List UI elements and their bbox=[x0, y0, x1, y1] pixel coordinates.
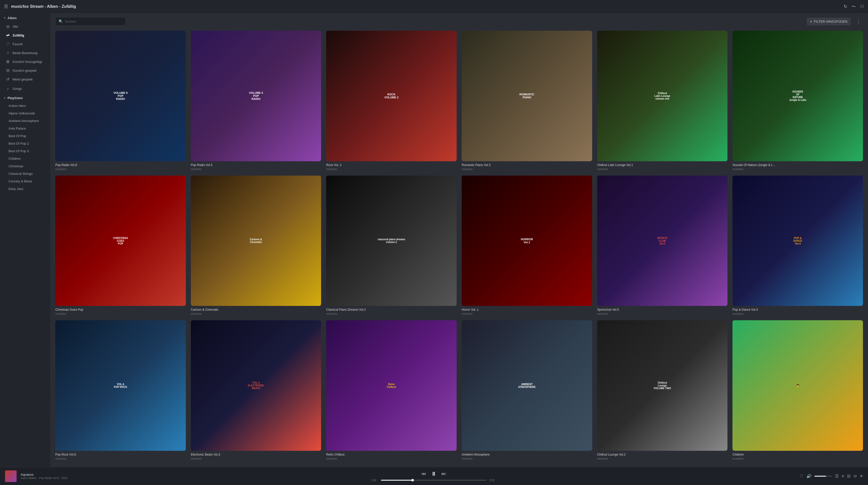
playlist-item[interactable]: Best Of Pop bbox=[1, 132, 49, 140]
album-card-rock-vol2[interactable]: ROCKVOLUME 2 Rock Vol. 2 musicfox bbox=[326, 31, 457, 171]
volume-bar[interactable] bbox=[814, 476, 832, 477]
album-card-romantic-piano[interactable]: ROMANTICPIANO Romantic Piano Vol.3 music… bbox=[462, 31, 592, 171]
close-button[interactable]: ✕ bbox=[860, 474, 863, 479]
search-icon: 🔍 bbox=[59, 19, 63, 23]
sidebar-item-alle[interactable]: ◎ Alle bbox=[1, 22, 49, 31]
sidebar-item-kuerzelich-gespielt[interactable]: ⊟ Kürzlich gespielt bbox=[1, 66, 49, 75]
recent-icon: ⊟ bbox=[5, 68, 10, 73]
playlist-item[interactable]: Ambient Atmosphere bbox=[1, 117, 49, 124]
player-buttons: ⏮ ⏸ ⏭ bbox=[422, 471, 446, 477]
player-song-sub: Garry Walker · Pop Radio Vol.9 · 2023 bbox=[21, 477, 67, 480]
album-card-cartoon[interactable]: Cartoon &Cinematic Cartoon & Cinematic m… bbox=[191, 176, 321, 315]
album-grid-row2: CHRISTMASGOESPOP Christmas Goes Pop musi… bbox=[55, 176, 863, 315]
sidebar: ▾ Alben ◎ Alle ⇌ Zufällig ♡ Favorit ☆ Be… bbox=[0, 13, 50, 467]
sidebar-item-kuerzelich-hinzugefuegt[interactable]: ⊞ Kürzlich hinzugefügt bbox=[1, 57, 49, 66]
sidebar-alben-header[interactable]: ▾ Alben bbox=[0, 13, 50, 22]
progress-fill bbox=[381, 480, 413, 481]
chevron-playlists-icon: ▾ bbox=[4, 96, 5, 100]
main-layout: ▾ Alben ◎ Alle ⇌ Zufällig ♡ Favorit ☆ Be… bbox=[0, 13, 868, 467]
stern-icon: ☆ bbox=[5, 51, 10, 55]
menu-icon[interactable]: ☰ bbox=[4, 4, 8, 9]
progress-bar[interactable] bbox=[381, 480, 487, 481]
player-extras: ♡ 🔊 ☰ ≡ ⊟ 19 ✕ bbox=[800, 474, 863, 479]
player-song-title: Aquarius bbox=[21, 473, 67, 477]
user-icon[interactable]: ⚇ bbox=[860, 4, 864, 9]
player-controls: ⏮ ⏸ ⏭ 1:28 3:38 bbox=[71, 471, 796, 482]
filter-button[interactable]: ≡ FILTER HINZUFÜGEN bbox=[807, 18, 851, 25]
album-card-electronic[interactable]: VOL.3ELECTRONICBEATS Electronic Beats Vo… bbox=[191, 320, 321, 460]
playlist-view-button[interactable]: ⊟ bbox=[847, 474, 850, 479]
album-card-sportsclub[interactable]: SPORTSCLUBVol.5 Sportsclub Vol.5 musicfo… bbox=[597, 176, 728, 315]
alle-icon: ◎ bbox=[5, 24, 10, 29]
refresh-icon[interactable]: ↻ bbox=[844, 4, 847, 9]
sidebar-item-songs[interactable]: ♪ Songs bbox=[1, 85, 49, 93]
album-card-pop-dance[interactable]: POP &DANCEVol.4 Pop & Dance Vol.4 musicf… bbox=[733, 176, 863, 315]
playlist-item[interactable]: Alpine Volksmusik bbox=[1, 110, 49, 117]
album-card-christmas-pop[interactable]: CHRISTMASGOESPOP Christmas Goes Pop musi… bbox=[55, 176, 186, 315]
favorit-icon: ♡ bbox=[5, 42, 10, 46]
header-actions: ↻ 〜 ⚇ bbox=[844, 3, 864, 9]
page-title: musicfox Stream - Alben - Zufällig bbox=[11, 4, 841, 9]
player-thumbnail bbox=[5, 471, 17, 482]
album-card-sounds-nature[interactable]: SOUNDSOFNATUREJungle & Lake Sounds Of Na… bbox=[733, 31, 863, 171]
music-note-icon: ♪ bbox=[5, 87, 10, 91]
favorite-button[interactable]: ♡ bbox=[800, 474, 803, 479]
progress-dot bbox=[411, 479, 414, 482]
filter-icon: ≡ bbox=[810, 20, 812, 23]
playlist-item[interactable]: Country & Blues bbox=[1, 178, 49, 185]
lyrics-button[interactable]: ≡ bbox=[842, 474, 844, 479]
playlist-item[interactable]: Asia Palace bbox=[1, 125, 49, 132]
playlist-item[interactable]: Children bbox=[1, 155, 49, 162]
album-card-guitar-blue[interactable]: VOL.6POP ROCK Pop Rock Vol.6 musicfox bbox=[55, 320, 186, 460]
add-box-icon: ⊞ bbox=[5, 59, 10, 64]
album-card-horror[interactable]: HORRORVol.1 Horror Vol. 1 musicfox bbox=[462, 176, 592, 315]
sidebar-playlisten-header[interactable]: ▾ Playlisten bbox=[0, 93, 50, 102]
album-card-pop-radio-5[interactable]: VOLUME 5POPRADIO Pop Radio Vol.5 musicfo… bbox=[191, 31, 321, 171]
playlist-item[interactable]: Best Of Pop 2 bbox=[1, 140, 49, 147]
zufaellig-icon: ⇌ bbox=[5, 33, 10, 37]
skip-forward-button[interactable]: ⏭ bbox=[441, 471, 446, 477]
player-info: Aquarius Garry Walker · Pop Radio Vol.9 … bbox=[21, 473, 67, 480]
time-current: 1:28 bbox=[371, 479, 378, 482]
playlist-item[interactable]: Easy Jazz bbox=[1, 185, 49, 192]
album-card-pop-radio-9[interactable]: VOLUME 9POPRADIO Pop Radio Vol.9 musicfo… bbox=[55, 31, 186, 171]
queue-button[interactable]: ☰ bbox=[835, 474, 839, 479]
playlist-item[interactable]: Action Hero bbox=[1, 102, 49, 110]
progress-row: 1:28 3:38 bbox=[371, 479, 497, 482]
sidebar-item-favorit[interactable]: ♡ Favorit bbox=[1, 40, 49, 48]
repeat-icon: ↺ bbox=[5, 77, 10, 82]
album-card-classical-piano[interactable]: classical piano dreamsvolume 2 Classical… bbox=[326, 176, 457, 315]
album-card-chillout-latin[interactable]: ChilloutLatin Loungevolume one Chillout … bbox=[597, 31, 728, 171]
pause-button[interactable]: ⏸ bbox=[431, 471, 436, 477]
volume-fill bbox=[814, 476, 826, 477]
content-toolbar: 🔍 ≡ FILTER HINZUFÜGEN ⋮ bbox=[55, 17, 863, 26]
volume-button[interactable]: 🔊 bbox=[806, 474, 811, 479]
playlist-item[interactable]: Best Of Pop 3 bbox=[1, 147, 49, 155]
more-button[interactable]: ⋮ bbox=[854, 17, 863, 25]
sidebar-item-zufaellig[interactable]: ⇌ Zufällig bbox=[1, 31, 49, 39]
player-bar: Aquarius Garry Walker · Pop Radio Vol.9 … bbox=[0, 467, 868, 485]
sidebar-item-beste-bewertung[interactable]: ☆ Beste Bewertung bbox=[1, 49, 49, 57]
playlist-item[interactable]: Christmas bbox=[1, 162, 49, 170]
search-input[interactable] bbox=[65, 20, 122, 23]
chevron-icon: ▾ bbox=[4, 17, 5, 20]
sidebar-item-meist-gespielt[interactable]: ↺ Meist gespielt bbox=[1, 75, 49, 84]
content-area: 🔍 ≡ FILTER HINZUFÜGEN ⋮ VOLUME 9POPRADIO… bbox=[50, 13, 868, 467]
album-card-ambient-atm[interactable]: AMBIENTATMOSPHERE Ambient Atmosphere mus… bbox=[462, 320, 592, 460]
album-grid-row3: VOL.6POP ROCK Pop Rock Vol.6 musicfox VO… bbox=[55, 320, 863, 460]
album-grid-row1: VOLUME 9POPRADIO Pop Radio Vol.9 musicfo… bbox=[55, 31, 863, 171]
search-box[interactable]: 🔍 bbox=[55, 17, 126, 26]
playlist-item[interactable]: Classical Strings bbox=[1, 170, 49, 177]
time-total: 3:38 bbox=[489, 479, 497, 482]
album-card-chillout-lounge[interactable]: ChilloutLoungeVOLUME TWO Chillout Lounge… bbox=[597, 320, 728, 460]
queue-count: 19 bbox=[854, 475, 857, 478]
activity-icon[interactable]: 〜 bbox=[851, 3, 856, 9]
header: ☰ musicfox Stream - Alben - Zufällig ↻ 〜… bbox=[0, 0, 868, 13]
album-card-kids[interactable]: 🧒 Children musicfox bbox=[733, 320, 863, 460]
skip-back-button[interactable]: ⏮ bbox=[422, 471, 426, 477]
album-card-retro-chillout[interactable]: RetroChillout Retro Chillout musicfox bbox=[326, 320, 457, 460]
